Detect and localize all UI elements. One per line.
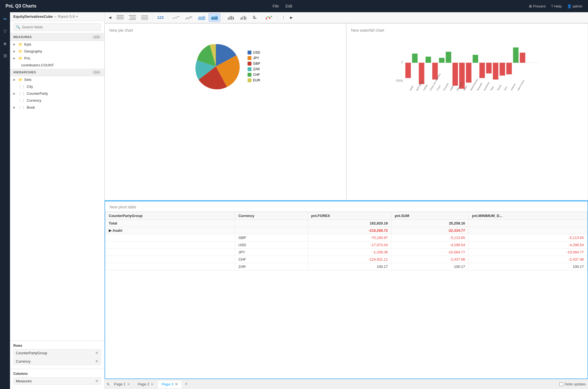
present-button[interactable]: 🖥 Present: [528, 4, 545, 8]
sidebar-item-counterparty[interactable]: ▶ ⋮⋮ CounterParty: [10, 90, 104, 97]
remove-counterpartygroup[interactable]: ✕: [95, 351, 98, 355]
cell-sum: -22,334.77: [391, 227, 469, 234]
cube-separator: –: [55, 14, 56, 19]
remove-currency[interactable]: ✕: [95, 359, 98, 363]
tab-page2[interactable]: Page 2 ✕: [134, 380, 157, 388]
sidebar-item-pnl[interactable]: ▶ 📁 PnL: [10, 55, 104, 62]
cell-sum: -4,298.54: [391, 241, 469, 249]
legend-label-jpy: JPY: [253, 56, 259, 60]
icon-layers[interactable]: ◈: [1, 39, 9, 47]
cell-group: [105, 263, 235, 270]
table-row: Total 162,820.19 25,258.16: [105, 220, 587, 227]
pivot-table-title: New pivot table: [105, 201, 587, 212]
legend-item-gbp: GBP: [248, 62, 260, 66]
file-menu[interactable]: File: [273, 4, 279, 8]
cell-forex: -17,073.43: [308, 241, 391, 249]
row-pill-currency[interactable]: Currency ✕: [13, 358, 101, 365]
columns-section: Columns Measures ✕: [10, 369, 104, 389]
search-input[interactable]: [22, 25, 98, 29]
sidebar-item-book[interactable]: ▶ ⋮⋮ Book: [10, 104, 104, 111]
table-row: JPY -1,208.38 -10,584.77 -10,584.77: [105, 249, 587, 256]
chart-line1-button[interactable]: [170, 13, 182, 22]
icon-edit[interactable]: ✏: [1, 15, 9, 23]
waterfall-chart-panel: New waterfall chart 0 -500k: [346, 23, 588, 200]
sidebar-item-geography[interactable]: ▶ 📁 Geography: [10, 48, 104, 55]
legend-label-zar: ZAR: [253, 67, 260, 71]
svg-text:Formosa: Formosa: [443, 83, 449, 91]
tab-close-page2[interactable]: ✕: [151, 382, 154, 386]
more-options-button[interactable]: ⋮: [280, 14, 287, 21]
edit-menu[interactable]: Edit: [286, 4, 292, 8]
item-label: PnL: [24, 56, 31, 60]
tab-page3[interactable]: Page 3 ✕: [157, 380, 182, 388]
tab-page1[interactable]: Page 1 ✕: [110, 380, 134, 388]
toolbar-sep-2: [168, 14, 168, 21]
table-nested-button[interactable]: [127, 13, 138, 22]
svg-text:Toyota: Toyota: [496, 84, 502, 91]
svg-rect-16: [231, 16, 232, 20]
cell-forex: 162,820.19: [308, 220, 391, 227]
nav-forward-button[interactable]: ▶: [288, 14, 295, 21]
cell-group: [105, 234, 235, 241]
row-pill-counterpartygroup[interactable]: CounterPartyGroup ✕: [13, 349, 101, 356]
chart-bar1-button[interactable]: [225, 13, 237, 22]
svg-rect-41: [466, 63, 471, 83]
chart-bar2-button[interactable]: [238, 13, 249, 22]
defer-checkbox[interactable]: [559, 382, 563, 386]
help-button[interactable]: ? Help: [551, 4, 562, 8]
cell-min: [468, 220, 587, 227]
chart-bar3-button[interactable]: [251, 13, 262, 22]
item-label: CounterParty: [27, 91, 48, 96]
search-bar: 🔍: [10, 21, 104, 33]
expand-icon: ▶: [13, 78, 17, 81]
pie-chart-panel: New pie chart: [105, 23, 346, 200]
sidebar-item-contributors-count[interactable]: contributors.COUNT: [10, 62, 104, 69]
hierarchies-section-header[interactable]: HIERARCHIES (14): [10, 69, 104, 76]
cube-name: EquityDerivativesCube: [13, 14, 53, 19]
sidebar-item-sets[interactable]: ▶ 📁 Sets: [10, 76, 104, 83]
number-format-button[interactable]: 123: [155, 14, 165, 21]
add-tab-button[interactable]: +: [182, 380, 191, 388]
chart-line2-button[interactable]: [183, 13, 195, 22]
table-compact-button[interactable]: [139, 13, 150, 22]
icon-chart[interactable]: ⊞: [1, 52, 9, 59]
svg-rect-17: [233, 17, 234, 20]
svg-rect-21: [245, 17, 246, 20]
topbar-actions: 🖥 Present ? Help 👤 admin: [528, 4, 582, 8]
remove-measures[interactable]: ✕: [95, 379, 98, 383]
sidebar-item-kpis[interactable]: ▶ 📁 Kpis: [10, 41, 104, 48]
table-flat-button[interactable]: [114, 13, 126, 22]
tab-close-page3[interactable]: ✕: [175, 382, 178, 386]
svg-rect-25: [266, 18, 267, 19]
chart-area-stacked-button[interactable]: [209, 13, 220, 22]
sidebar-item-currency[interactable]: ⋮⋮ Currency: [10, 97, 104, 104]
cell-forex: -1,208.38: [308, 249, 391, 256]
search-icon: 🔍: [16, 25, 20, 29]
col-pill-measures[interactable]: Measures ✕: [13, 377, 101, 385]
expand-icon: ▶: [13, 106, 17, 109]
nav-back-button[interactable]: ◀: [107, 14, 113, 21]
svg-rect-46: [500, 63, 505, 76]
svg-rect-14: [228, 18, 229, 20]
cell-min: -5,113.65: [468, 234, 587, 241]
tab-close-page1[interactable]: ✕: [127, 382, 130, 386]
defer-label: Defer updates: [565, 382, 586, 386]
measures-section-header[interactable]: MEASURES (19): [10, 33, 104, 41]
cell-group[interactable]: ▶ Asahi: [105, 227, 235, 234]
svg-rect-49: [520, 53, 525, 63]
chart-waterfall-button[interactable]: [263, 13, 275, 22]
svg-rect-47: [506, 63, 512, 74]
folder-icon: 📁: [18, 49, 23, 53]
cell-min: -10,584.77: [468, 249, 587, 256]
cube-selector[interactable]: EquityDerivativesCube – Ranch 5.9 ▾: [13, 14, 101, 19]
svg-rect-23: [253, 18, 256, 19]
col-header-currency: Currency: [235, 212, 308, 220]
table-row: ZAR 100.17 100.17 100.17: [105, 263, 587, 270]
chart-area-button[interactable]: [196, 13, 207, 22]
icon-filter[interactable]: ▽: [1, 27, 9, 35]
sidebar-item-city[interactable]: ⋮⋮ City: [10, 83, 104, 90]
admin-button[interactable]: 👤 admin: [567, 4, 582, 8]
measures-count: (19): [92, 35, 101, 39]
svg-rect-6: [129, 19, 136, 20]
waterfall-svg: 0 -500k: [351, 36, 583, 97]
